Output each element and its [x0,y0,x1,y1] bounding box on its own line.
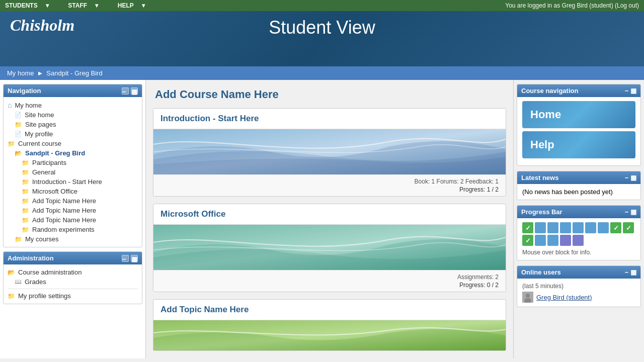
latest-news-title: Latest news [521,174,558,182]
nav-item-msoffice[interactable]: 📁 Microsoft Office [8,187,138,196]
nav-item-topic1[interactable]: 📁 Add Topic Name Here [8,196,138,206]
online-users-collapse-btn[interactable]: − [625,268,629,276]
banner-svg-3 [153,320,506,350]
topic-card-2-progress: Progress: 0 / 2 [160,282,499,289]
nav-item-grades[interactable]: 📖 Grades [8,277,138,287]
nav-item-random[interactable]: 📁 Random experiments [8,225,138,234]
navigation-block-header: Navigation − ▦ [4,84,142,97]
nav-item-sitehome[interactable]: 📄 Site home [8,110,138,120]
nav-item-currentcourse[interactable]: 📁 Current course [8,139,138,148]
navigation-block-title: Navigation [8,87,41,95]
pb-block-12[interactable] [560,235,571,246]
pb-block-6[interactable] [598,222,609,233]
navigation-block: Navigation − ▦ ⌂ My home 📄 Site home 📁 S [3,84,142,247]
nav-item-courseadmin[interactable]: 📂 Course administration [8,267,138,277]
pb-block-11[interactable] [547,235,558,246]
nav-item-sandpit-label: Sandpit - Greg Bird [25,149,85,157]
online-users-title: Online users [521,268,561,276]
nav-item-topic3-label: Add Topic Name Here [32,216,96,224]
administration-block-controls: − ▦ [122,255,138,262]
course-nav-collapse-btn[interactable]: − [625,87,629,95]
staff-menu[interactable]: STAFF [68,2,87,9]
course-nav-controls: − ▦ [625,87,636,95]
course-nav-config-btn[interactable]: ▦ [630,87,636,95]
online-users-config-btn[interactable]: ▦ [630,268,636,276]
pb-block-2[interactable] [547,222,558,233]
latest-news-text: (No news has been posted yet) [522,188,613,196]
home-icon: ⌂ [8,101,12,109]
navigation-collapse-btn[interactable]: − [122,87,129,95]
nav-item-topic2[interactable]: 📁 Add Topic Name Here [8,206,138,215]
topic-card-2-header[interactable]: Microsoft Office [153,204,506,225]
folder-icon-3: 📁 [22,159,29,166]
folder-icon-10: 📁 [22,226,29,233]
administration-block-header: Administration − ▦ [4,252,142,264]
progress-bar-collapse-btn[interactable]: − [625,208,629,216]
pb-block-5[interactable] [585,222,596,233]
nav-item-participants[interactable]: 📁 Participants [8,158,138,167]
nav-item-topic1-label: Add Topic Name Here [32,197,96,205]
latest-news-controls: − ▦ [625,174,636,182]
breadcrumb-home-link[interactable]: My home [7,69,34,77]
course-nav-home-button[interactable]: Home [522,101,635,128]
folder-icon-5: 📁 [22,178,29,186]
progress-bar-config-btn[interactable]: ▦ [630,208,636,216]
course-navigation-block: Course navigation − ▦ Home Help [517,84,641,166]
progress-bar-content: ✓ ✓ ✓ ✓ [517,218,640,260]
pb-block-9[interactable]: ✓ [522,235,533,246]
nav-item-sitepages[interactable]: 📁 Site pages [8,120,138,129]
latest-news-config-btn[interactable]: ▦ [630,174,636,182]
pb-block-3[interactable] [560,222,571,233]
course-nav-help-button[interactable]: Help [522,131,635,158]
navigation-config-btn[interactable]: ▦ [131,87,138,95]
topic-card-1-progress: Progress: 1 / 2 [160,186,499,193]
students-menu[interactable]: STUDENTS [5,2,38,9]
pb-block-7[interactable]: ✓ [610,222,621,233]
logo-area: Chisholm [10,16,74,35]
latest-news-collapse-btn[interactable]: − [625,174,629,182]
folder-icon-9: 📁 [22,217,29,224]
pb-block-8[interactable]: ✓ [623,222,634,233]
nav-item-myprofile[interactable]: 📄 My profile [8,129,138,139]
online-users-controls: − ▦ [625,268,636,276]
online-users-header: Online users − ▦ [517,266,640,279]
logo-text: Chisholm [10,16,74,35]
pb-block-0[interactable]: ✓ [522,222,533,233]
login-status: You are logged in as Greg Bird (student)… [505,2,639,9]
latest-news-header: Latest news − ▦ [517,171,640,184]
svg-point-4 [526,294,530,298]
nav-item-random-label: Random experiments [32,226,95,233]
page-icon: 📄 [15,112,22,118]
pb-block-4[interactable] [573,222,584,233]
nav-item-msoffice-label: Microsoft Office [32,188,77,195]
nav-item-topic3[interactable]: 📁 Add Topic Name Here [8,215,138,225]
nav-item-profilesettings[interactable]: 📁 My profile settings [8,291,138,301]
nav-item-mycourses[interactable]: 📁 My courses [8,234,138,244]
top-bar: STUDENTS ▾ STAFF ▾ HELP ▾ You are logged… [0,0,644,11]
topic-card-1-footer: Book: 1 Forums: 2 Feedback: 1 Progress: … [153,174,506,196]
nav-item-myhome-label: My home [15,102,41,109]
help-dropdown-icon: ▾ [142,2,145,9]
progress-bar-header: Progress Bar − ▦ [517,206,640,218]
folder-icon-8: 📁 [22,207,29,214]
pb-block-1[interactable] [535,222,546,233]
topic-card-1-stats: Book: 1 Forums: 2 Feedback: 1 [160,178,499,185]
administration-block: Administration − ▦ 📂 Course administrati… [3,251,142,304]
nav-item-sandpit[interactable]: 📂 Sandpit - Greg Bird [8,148,138,158]
admin-collapse-btn[interactable]: − [122,255,129,262]
nav-item-myhome[interactable]: ⌂ My home [8,100,138,110]
nav-item-introduction[interactable]: 📁 Introduction - Start Here [8,177,138,187]
help-menu[interactable]: HELP [118,2,134,9]
folder-icon-6: 📁 [22,188,29,195]
user-avatar-svg [522,292,533,303]
pb-block-13[interactable] [573,235,584,246]
topic-card-1-header[interactable]: Introduction - Start Here [153,109,506,129]
admin-config-btn[interactable]: ▦ [131,255,138,262]
pb-block-10[interactable] [535,235,546,246]
folder-open-icon: 📂 [15,150,22,157]
nav-item-general[interactable]: 📁 General [8,167,138,177]
navigation-block-controls: − ▦ [122,87,138,95]
folder-icon-4: 📁 [22,169,29,176]
online-user-0-name[interactable]: Greg Bird (student) [536,294,592,301]
topic-card-3-header[interactable]: Add Topic Name Here [153,300,506,320]
